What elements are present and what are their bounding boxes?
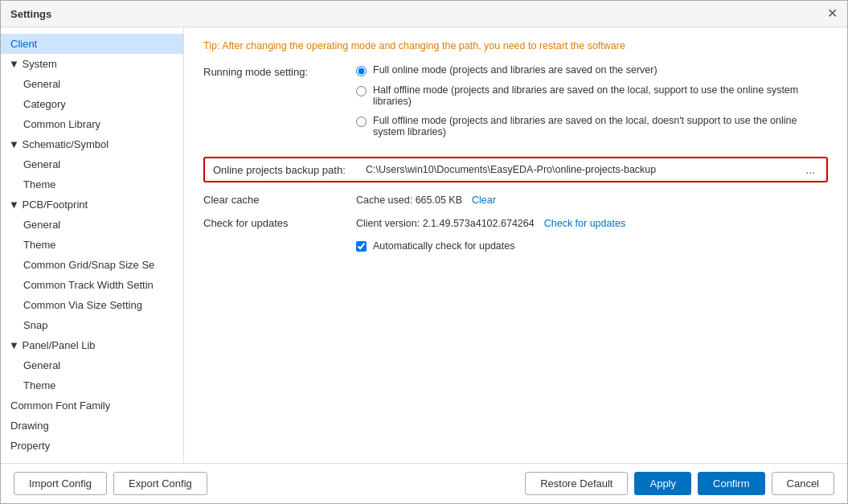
radio-half-offline-input[interactable] [356,86,367,96]
ellipsis-button[interactable]: ... [802,163,818,176]
radio-full-online: Full online mode (projects and libraries… [356,64,828,76]
sidebar-item-pcb-via-size[interactable]: Common Via Size Setting [1,295,183,315]
footer-right: Restore Default Apply Confirm Cancel [525,472,834,495]
sidebar-item-pcb-track-width[interactable]: Common Track Width Settin [1,275,183,295]
sidebar-item-system-category[interactable]: Category [1,94,183,114]
sidebar-item-common-font[interactable]: Common Font Family [1,395,183,416]
running-mode-row: Running mode setting: Full online mode (… [203,64,828,145]
clear-cache-button[interactable]: Clear [472,195,496,206]
sidebar-item-panel-general[interactable]: General [1,355,183,375]
sidebar-item-pcb-general[interactable]: General [1,215,183,235]
running-mode-control: Full online mode (projects and libraries… [356,64,828,145]
sidebar-item-schematic-theme[interactable]: Theme [1,174,183,195]
radio-half-offline: Half offline mode (projects and librarie… [356,84,828,107]
sidebar-item-pcb-theme[interactable]: Theme [1,235,183,255]
path-value: C:\Users\win10\Documents\EasyEDA-Pro\onl… [366,164,796,175]
tip-text: Tip: After changing the operating mode a… [203,40,828,51]
cancel-button[interactable]: Cancel [772,472,834,495]
radio-full-offline-label[interactable]: Full offline mode (projects and librarie… [373,115,828,137]
sidebar-item-panel-theme[interactable]: Theme [1,375,183,395]
sidebar-item-client[interactable]: Client [1,34,183,54]
path-box: Online projects backup path: C:\Users\wi… [203,157,828,182]
settings-dialog: Settings ✕ Client ▼ System General Categ… [0,0,848,504]
sidebar-item-property[interactable]: Property [1,436,183,456]
check-updates-label: Check for updates [203,217,356,229]
clear-cache-row: Clear cache Cache used: 665.05 KB Clear [203,194,828,206]
sidebar-item-system[interactable]: ▼ System [1,54,183,74]
import-config-button[interactable]: Import Config [14,472,107,495]
footer-left: Import Config Export Config [14,472,207,495]
sidebar: Client ▼ System General Category Common … [1,27,184,463]
radio-full-offline: Full offline mode (projects and librarie… [356,115,828,137]
clear-cache-label: Clear cache [203,194,356,206]
radio-full-online-input[interactable] [356,66,367,76]
export-config-button[interactable]: Export Config [113,472,207,495]
auto-update-checkbox[interactable] [356,241,367,252]
dialog-body: Client ▼ System General Category Common … [1,27,847,463]
sidebar-item-pcb-footprint[interactable]: ▼ PCB/Footprint [1,195,183,215]
sidebar-item-schematic-general[interactable]: General [1,154,183,174]
sidebar-item-panel-lib[interactable]: ▼ Panel/Panel Lib [1,335,183,355]
auto-update-label[interactable]: Automatically check for updates [373,240,514,252]
path-input-area: C:\Users\win10\Documents\EasyEDA-Pro\onl… [366,163,818,176]
sidebar-item-drawing[interactable]: Drawing [1,416,183,436]
sidebar-item-pcb-snap[interactable]: Snap [1,315,183,335]
dialog-title: Settings [10,8,51,20]
sidebar-item-system-general[interactable]: General [1,74,183,94]
restore-default-button[interactable]: Restore Default [525,472,628,495]
path-label: Online projects backup path: [213,164,366,176]
radio-full-online-label[interactable]: Full online mode (projects and libraries… [373,64,658,76]
sidebar-item-pcb-grid-snap[interactable]: Common Grid/Snap Size Se [1,255,183,275]
cache-info: Cache used: 665.05 KB [356,195,462,206]
apply-button[interactable]: Apply [634,472,691,495]
footer: Import Config Export Config Restore Defa… [1,463,847,503]
main-content: Tip: After changing the operating mode a… [184,27,847,463]
radio-full-offline-input[interactable] [356,117,367,127]
close-button[interactable]: ✕ [827,7,838,20]
title-bar: Settings ✕ [1,1,847,27]
radio-half-offline-label[interactable]: Half offline mode (projects and librarie… [373,84,828,107]
sidebar-item-schematic-symbol[interactable]: ▼ Schematic/Symbol [1,134,183,154]
version-info: Client version: 2.1.49.573a4102.674264 [356,218,535,229]
check-updates-row: Check for updates Client version: 2.1.49… [203,217,828,229]
check-updates-button[interactable]: Check for updates [544,218,625,229]
confirm-button[interactable]: Confirm [698,472,765,495]
sidebar-item-common-library[interactable]: Common Library [1,114,183,134]
auto-update-row: Automatically check for updates [356,240,828,252]
running-mode-label: Running mode setting: [203,64,356,78]
